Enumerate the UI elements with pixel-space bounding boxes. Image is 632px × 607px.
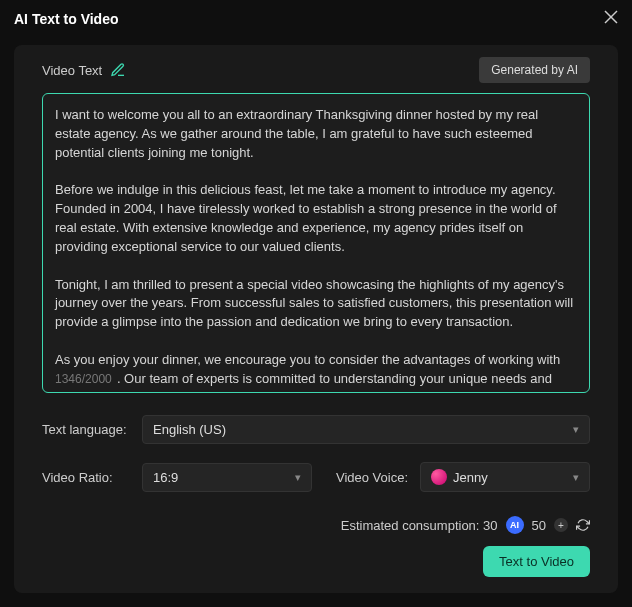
editor-label-row: Video Text Generated by AI [42,57,590,83]
language-row: Text language: English (US) ▾ [42,415,590,444]
video-text-label-text: Video Text [42,63,102,78]
consumption-label: Estimated consumption: 30 [341,518,498,533]
ratio-voice-row: Video Ratio: 16:9 ▾ Video Voice: Jenny ▾ [42,462,590,492]
credits-value: 50 [532,518,546,533]
chevron-down-icon: ▾ [295,471,301,484]
footer: Estimated consumption: 30 AI 50 + Text t… [42,516,590,577]
text-to-video-button[interactable]: Text to Video [483,546,590,577]
close-icon[interactable] [604,10,618,27]
submit-row: Text to Video [483,546,590,577]
edit-icon[interactable] [110,62,126,78]
character-counter: 1346/2000 [55,372,118,386]
ai-text-to-video-window: AI Text to Video Video Text Generated by… [0,0,632,607]
language-select[interactable]: English (US) ▾ [142,415,590,444]
voice-label: Video Voice: [336,470,408,485]
refresh-icon[interactable] [576,518,590,532]
ratio-select[interactable]: 16:9 ▾ [142,463,312,492]
voice-avatar-icon [431,469,447,485]
voice-value: Jenny [453,470,488,485]
generated-by-ai-button[interactable]: Generated by AI [479,57,590,83]
voice-select[interactable]: Jenny ▾ [420,462,590,492]
window-title: AI Text to Video [14,11,119,27]
chevron-down-icon: ▾ [573,471,579,484]
ratio-label: Video Ratio: [42,470,130,485]
ai-credits-icon: AI [506,516,524,534]
content-panel: Video Text Generated by AI 1346/2000 Tex… [14,45,618,593]
window-header: AI Text to Video [0,0,632,37]
language-value: English (US) [153,422,226,437]
language-label: Text language: [42,422,130,437]
voice-value-wrap: Jenny [431,469,488,485]
ratio-value: 16:9 [153,470,178,485]
consumption-row: Estimated consumption: 30 AI 50 + [341,516,590,534]
video-text-input[interactable] [43,94,589,388]
add-credits-button[interactable]: + [554,518,568,532]
video-text-field-wrap: 1346/2000 [42,93,590,393]
video-text-label: Video Text [42,62,126,78]
chevron-down-icon: ▾ [573,423,579,436]
form-rows: Text language: English (US) ▾ Video Rati… [42,415,590,492]
